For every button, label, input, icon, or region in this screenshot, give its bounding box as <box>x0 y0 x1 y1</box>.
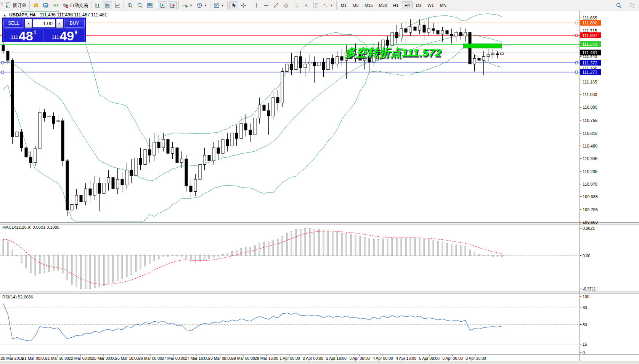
line-handle[interactable] <box>2 71 4 73</box>
candle-body <box>80 195 82 202</box>
arrows-button[interactable]: ▼ <box>321 2 335 9</box>
templates-button[interactable]: ▼ <box>212 2 226 9</box>
bar-chart-button[interactable] <box>93 2 102 9</box>
volume-input[interactable]: 1.00 <box>33 19 55 27</box>
candle-body <box>130 170 133 176</box>
fibonacci-button[interactable]: F <box>291 2 300 9</box>
styles-button[interactable] <box>31 2 40 9</box>
trendline-button[interactable] <box>271 2 281 9</box>
price-chart-svg[interactable]: 多空转折点111.572多空转折点111.572111.855111.71511… <box>0 0 639 364</box>
one-click-toggle-icon[interactable]: ▲ <box>3 13 6 17</box>
candle-body <box>208 155 210 161</box>
macd-histogram-bar <box>501 256 503 257</box>
macd-histogram-bar <box>492 256 493 257</box>
sell-button[interactable]: SELL <box>3 19 24 28</box>
candle-body <box>167 140 169 154</box>
cursor-button[interactable] <box>229 2 238 9</box>
toolbar-separator <box>178 1 179 10</box>
timeframe-m30-button[interactable]: M30 <box>376 2 390 9</box>
horizontal-line-button[interactable] <box>262 2 271 9</box>
text-label-button[interactable]: T <box>311 2 320 9</box>
panel-splitter[interactable] <box>0 223 639 224</box>
candle-body <box>148 150 151 156</box>
volume-down-button[interactable]: ▼ <box>25 19 32 28</box>
chart-shift-button[interactable] <box>168 2 177 9</box>
macd-histogram-bar <box>483 255 484 256</box>
annotation-text[interactable]: 多空转折点111.572 <box>344 46 441 59</box>
candle-body <box>89 189 92 195</box>
autotrade-button[interactable]: 自动交易 <box>61 2 90 9</box>
candle-body <box>98 183 101 193</box>
search-button[interactable] <box>614 2 623 9</box>
candle-body <box>144 150 146 165</box>
charts-grid-button[interactable] <box>41 2 50 9</box>
macd-histogram-bar <box>30 256 31 273</box>
time-axis[interactable]: 20 Mar 201921 Mar 00:0021 Mar 16:0022 Ma… <box>1 355 486 361</box>
candle-body <box>446 30 448 34</box>
vertical-line-button[interactable] <box>252 2 261 9</box>
chat-button[interactable] <box>627 2 636 9</box>
macd-histogram-bar <box>44 256 45 273</box>
line-handle[interactable] <box>575 22 578 24</box>
time-label: 3 Apr 08:00 <box>349 356 370 361</box>
turning-point-zone[interactable] <box>463 44 502 48</box>
macd-histogram-bar <box>35 256 36 276</box>
volume-up-button[interactable]: ▲ <box>56 19 63 28</box>
buy-price-button[interactable]: 111 49 9 <box>45 28 85 42</box>
candle-body <box>473 58 476 64</box>
line-handle[interactable] <box>575 34 578 37</box>
candle-body <box>125 170 128 185</box>
signals-button[interactable] <box>51 2 60 9</box>
line-handle[interactable] <box>575 71 578 73</box>
line-chart-button[interactable] <box>113 2 122 9</box>
timeframe-d1-button[interactable]: D1 <box>413 2 424 9</box>
timeframe-h1-button[interactable]: H1 <box>390 2 401 9</box>
timeframe-h4-button[interactable]: H4 <box>402 2 413 9</box>
price-tick-label: 111.165 <box>583 80 597 84</box>
candle-body <box>496 54 499 55</box>
toolbar-button-label: 新订单 <box>13 2 26 9</box>
periods-button[interactable]: ▼ <box>195 2 209 9</box>
macd-histogram-bar <box>163 256 164 257</box>
timeframe-w1-button[interactable]: W1 <box>425 2 437 9</box>
candle-body <box>455 32 458 36</box>
macd-histogram-bar <box>222 254 223 256</box>
line-handle[interactable] <box>2 62 4 64</box>
macd-histogram-bar <box>414 238 416 255</box>
auto-scroll-button[interactable] <box>158 2 167 9</box>
text-button[interactable]: A <box>301 2 310 9</box>
new-order-button[interactable]: 新订单 <box>4 2 28 9</box>
timeframe-m1-button[interactable]: M1 <box>338 2 349 9</box>
candle-body <box>405 29 407 32</box>
equidistant-channel-button[interactable]: E <box>281 2 291 9</box>
macd-histogram-bar <box>167 256 169 257</box>
indicators-button[interactable]: ▼ <box>180 2 194 9</box>
bar-chart-icon <box>95 2 101 8</box>
buy-button[interactable]: BUY <box>64 19 85 28</box>
buy-price-pip: 9 <box>74 29 77 35</box>
crosshair-button[interactable] <box>239 2 248 9</box>
zoom-out-button[interactable] <box>135 2 144 9</box>
tile-windows-button[interactable] <box>145 2 154 9</box>
panel-splitter[interactable] <box>0 292 639 293</box>
rsi-axis-label: 80 <box>583 305 587 310</box>
candle-body <box>157 142 160 148</box>
buy-price-prefix: 111 <box>52 34 59 40</box>
time-label: 8 Apr 16:00 <box>466 356 486 361</box>
candlestick-button[interactable] <box>103 2 112 9</box>
timeframe-m5-button[interactable]: M5 <box>350 2 361 9</box>
macd-histogram-bar <box>273 240 274 255</box>
chat-icon <box>629 2 635 8</box>
macd-histogram-bar <box>7 241 8 256</box>
line-handle[interactable] <box>575 62 578 64</box>
timeframe-mn-button[interactable]: MN <box>437 2 449 9</box>
price-tick-label: 111.855 <box>583 16 597 20</box>
macd-histogram-bar <box>424 239 425 255</box>
timeframe-m15-button[interactable]: M15 <box>362 2 375 9</box>
macd-histogram-bar <box>16 256 18 256</box>
zoom-in-button[interactable] <box>125 2 135 9</box>
ohlc-values: 111.496 111.496 111.467 111.481 <box>40 12 107 18</box>
arrows-icon <box>323 2 329 8</box>
line-chart-icon <box>114 2 120 8</box>
sell-price-button[interactable]: 111 48 1 <box>3 28 44 42</box>
